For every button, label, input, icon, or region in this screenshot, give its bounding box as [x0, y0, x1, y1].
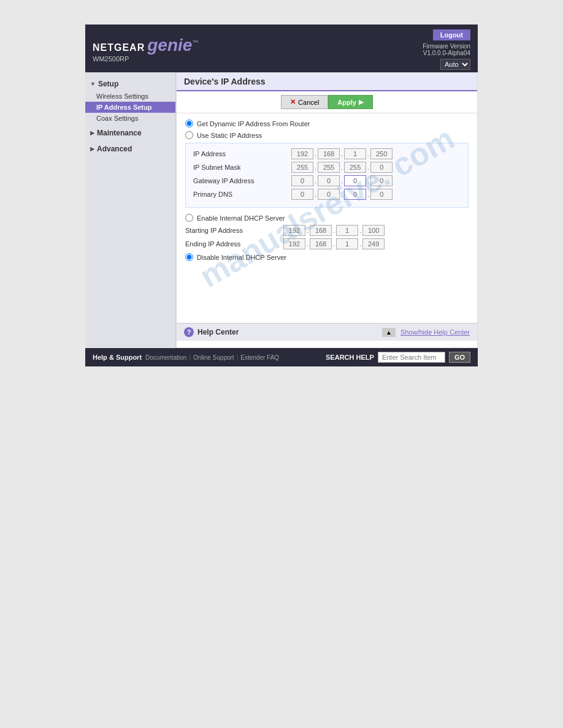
apply-arrow-icon: ▶ — [359, 99, 364, 105]
subnet-octet-3[interactable] — [344, 162, 366, 173]
dns-octet-2[interactable] — [318, 189, 340, 200]
sidebar-item-wireless-settings[interactable]: Wireless Settings — [85, 91, 175, 102]
dynamic-ip-label: Get Dynamic IP Address From Router — [197, 120, 310, 127]
ending-ip-octet-3[interactable] — [336, 238, 358, 249]
subnet-octet-2[interactable] — [318, 162, 340, 173]
cancel-x-icon: ✕ — [290, 98, 296, 106]
apply-button[interactable]: Apply ▶ — [328, 95, 373, 109]
form-area: Get Dynamic IP Address From Router Use S… — [177, 113, 477, 311]
footer-left: Help & Support Documentation | Online Su… — [93, 354, 279, 361]
starting-ip-octet-3[interactable] — [336, 225, 358, 236]
starting-ip-row: Starting IP Address . . . — [185, 225, 469, 236]
advanced-label: Advanced — [97, 145, 132, 153]
sidebar-item-ip-address-setup[interactable]: IP Address Setup — [85, 102, 175, 113]
starting-ip-octet-4[interactable] — [362, 225, 385, 236]
content-inner: Device's IP Address ✕ Cancel Apply ▶ — [177, 73, 477, 341]
footer-links: Documentation | Online Support | Extende… — [145, 354, 279, 361]
model-label: WM2500RP — [93, 55, 198, 63]
maintenance-section: ▶ Maintenance — [85, 126, 175, 140]
maintenance-label: Maintenance — [97, 129, 142, 137]
ending-ip-label: Ending IP Address — [185, 240, 283, 248]
setup-header[interactable]: ▼ Setup — [85, 77, 175, 91]
ip-address-octet-3[interactable] — [344, 148, 366, 159]
subnet-inputs: . . . — [291, 162, 393, 173]
setup-section: ▼ Setup Wireless Settings IP Address Set… — [85, 77, 175, 124]
subnet-octet-4[interactable] — [370, 162, 393, 173]
gateway-label: Gateway IP Address — [193, 177, 291, 184]
static-ip-radio[interactable] — [185, 131, 193, 139]
ending-ip-octet-1[interactable] — [283, 238, 305, 249]
subnet-label: IP Subnet Mask — [193, 164, 291, 171]
logo: NETGEAR genie™ WM2500RP — [93, 37, 198, 63]
sidebar-item-coax-settings[interactable]: Coax Settings — [85, 113, 175, 124]
ending-ip-inputs: . . . — [283, 238, 385, 249]
online-support-link[interactable]: Online Support — [193, 354, 234, 361]
gateway-row: Gateway IP Address . . . — [193, 175, 461, 186]
footer-right: SEARCH HELP GO — [326, 352, 470, 363]
dns-row: Primary DNS . . . — [193, 189, 461, 200]
help-support-label: Help & Support — [93, 354, 142, 361]
dynamic-ip-radio[interactable] — [185, 119, 193, 127]
maintenance-arrow: ▶ — [90, 130, 94, 136]
ending-ip-octet-2[interactable] — [310, 238, 332, 249]
static-ip-label: Use Static IP Address — [197, 132, 262, 139]
starting-ip-octet-2[interactable] — [310, 225, 332, 236]
genie-label: genie™ — [147, 37, 198, 54]
enable-dhcp-label: Enable Internal DHCP Server — [197, 214, 285, 222]
logout-button[interactable]: Logout — [433, 29, 470, 40]
main-layout: ▼ Setup Wireless Settings IP Address Set… — [85, 72, 478, 348]
disable-dhcp-row: Disable Internal DHCP Server — [185, 253, 469, 261]
disable-dhcp-label: Disable Internal DHCP Server — [197, 254, 286, 261]
dns-label: Primary DNS — [193, 191, 291, 198]
search-help-label: SEARCH HELP — [326, 354, 374, 361]
sidebar: ▼ Setup Wireless Settings IP Address Set… — [85, 72, 176, 348]
setup-arrow: ▼ — [90, 81, 96, 87]
auto-select[interactable]: Auto — [440, 59, 470, 70]
enable-dhcp-radio[interactable] — [185, 214, 193, 222]
ip-address-row: IP Address . . . — [193, 148, 461, 159]
maintenance-header[interactable]: ▶ Maintenance — [85, 126, 175, 140]
page-title: Device's IP Address — [177, 73, 477, 91]
content-spacer — [185, 268, 469, 305]
dns-octet-1[interactable] — [291, 189, 313, 200]
ip-address-label: IP Address — [193, 150, 291, 157]
gateway-octet-2[interactable] — [318, 175, 340, 186]
advanced-header[interactable]: ▶ Advanced — [85, 142, 175, 156]
netgear-label: NETGEAR — [93, 42, 145, 53]
enable-dhcp-row: Enable Internal DHCP Server — [185, 214, 469, 222]
toolbar: ✕ Cancel Apply ▶ — [177, 91, 477, 113]
starting-ip-octet-1[interactable] — [283, 225, 305, 236]
documentation-link[interactable]: Documentation — [145, 354, 186, 361]
cancel-button[interactable]: ✕ Cancel — [281, 95, 328, 109]
dns-octet-3[interactable] — [344, 189, 366, 200]
ending-ip-octet-4[interactable] — [362, 238, 385, 249]
ip-address-inputs: . . . — [291, 148, 393, 159]
ending-ip-row: Ending IP Address . . . — [185, 238, 469, 249]
header: NETGEAR genie™ WM2500RP Logout Firmware … — [85, 25, 478, 72]
header-right: Logout Firmware Version V1.0.0.0-Alpha04… — [423, 29, 470, 70]
gateway-octet-1[interactable] — [291, 175, 313, 186]
dynamic-ip-row: Get Dynamic IP Address From Router — [185, 119, 469, 127]
starting-ip-inputs: . . . — [283, 225, 385, 236]
ip-address-octet-4[interactable] — [370, 148, 393, 159]
disable-dhcp-radio[interactable] — [185, 253, 193, 261]
search-input[interactable] — [378, 352, 445, 363]
static-ip-row: Use Static IP Address — [185, 131, 469, 139]
gateway-octet-3[interactable] — [344, 175, 366, 186]
ip-address-octet-2[interactable] — [318, 148, 340, 159]
auto-select-row: Auto — [440, 59, 470, 70]
show-hide-help-link[interactable]: Show/hide Help Center — [400, 328, 470, 336]
help-center-left: ? Help Center — [184, 327, 239, 337]
dhcp-section: Enable Internal DHCP Server Starting IP … — [185, 214, 469, 268]
subnet-octet-1[interactable] — [291, 162, 313, 173]
go-button[interactable]: GO — [449, 352, 470, 363]
ip-address-octet-1[interactable] — [291, 148, 313, 159]
gateway-octet-4[interactable] — [370, 175, 393, 186]
help-collapse-button[interactable]: ▲ — [382, 328, 396, 337]
footer: Help & Support Documentation | Online Su… — [85, 348, 478, 366]
dns-octet-4[interactable] — [370, 189, 393, 200]
gateway-inputs: . . . — [291, 175, 393, 186]
extender-faq-link[interactable]: Extender FAQ — [240, 354, 279, 361]
firmware-info: Firmware Version V1.0.0.0-Alpha04 — [423, 43, 470, 56]
advanced-arrow: ▶ — [90, 146, 94, 152]
